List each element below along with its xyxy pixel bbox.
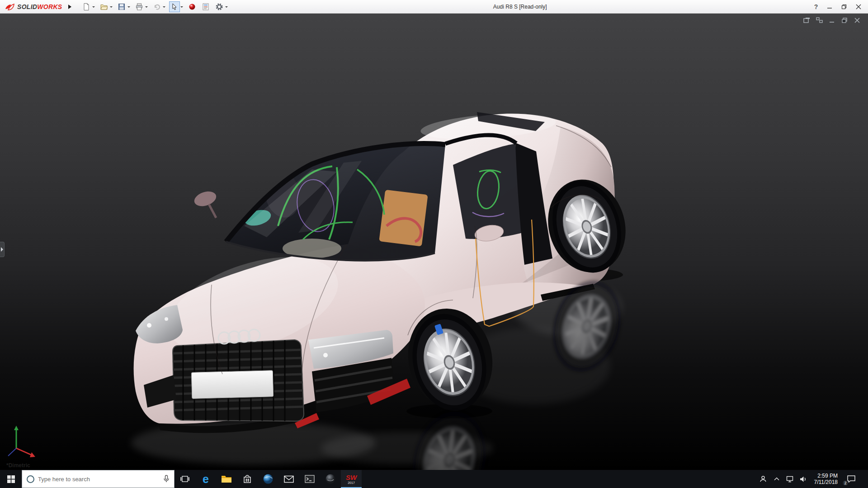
file-explorer-icon — [221, 474, 232, 483]
task-view-button[interactable] — [175, 470, 195, 488]
open-button[interactable] — [99, 1, 109, 12]
chevron-up-icon — [774, 477, 779, 481]
save-button[interactable] — [116, 1, 127, 12]
solidworks-logo: SOLIDWORKS — [0, 3, 66, 11]
gear-icon — [215, 3, 223, 11]
people-button[interactable] — [757, 470, 769, 488]
ds-logo-icon — [5, 3, 15, 11]
windows-taskbar: e — [0, 470, 868, 488]
undo-button[interactable] — [151, 1, 162, 12]
print-icon — [135, 3, 143, 11]
taskbar-edge-button[interactable]: e — [195, 470, 216, 488]
dark-sphere-icon — [325, 474, 336, 484]
restore-doc-button[interactable] — [840, 16, 849, 24]
minimize-doc-icon — [829, 17, 835, 23]
headlight-sparkle — [165, 317, 168, 321]
help-button[interactable]: ? — [810, 1, 822, 13]
new-window-button[interactable] — [802, 16, 811, 24]
network-icon — [786, 476, 794, 483]
orientation-triad — [8, 426, 35, 457]
graphics-viewport[interactable]: *Dimetric — [0, 14, 868, 470]
tile-window-icon — [816, 17, 823, 23]
brand-text: SOLIDWORKS — [17, 3, 62, 10]
caret-down-icon[interactable] — [225, 6, 228, 9]
minimize-doc-button[interactable] — [827, 16, 836, 24]
people-icon — [760, 475, 767, 483]
taskbar-terminal-button[interactable] — [299, 470, 320, 488]
caret-down-icon[interactable] — [92, 6, 95, 9]
command-prompt-icon — [305, 475, 315, 483]
network-button[interactable] — [784, 470, 796, 488]
cortana-icon — [27, 475, 34, 483]
taskbar-app-button[interactable] — [320, 470, 341, 488]
save-icon — [118, 3, 126, 11]
print-button[interactable] — [134, 1, 145, 12]
headlight-sparkle — [147, 323, 151, 328]
close-button[interactable] — [852, 1, 865, 13]
caret-down-icon[interactable] — [127, 6, 130, 9]
document-title: Audi R8 S [Read-only] — [230, 4, 810, 10]
minimize-icon — [827, 4, 832, 9]
hidden-icons-button[interactable] — [771, 470, 783, 488]
headlight-sparkle — [323, 353, 328, 357]
app-titlebar: SOLIDWORKS — [0, 0, 868, 14]
clock-date: 7/11/2018 — [814, 479, 838, 485]
system-tray: 2:59 PM 7/11/2018 2 — [757, 470, 868, 488]
undo-icon — [153, 3, 161, 11]
microphone-icon[interactable] — [163, 475, 170, 483]
caret-down-icon[interactable] — [145, 6, 148, 9]
design-binder-button[interactable] — [200, 1, 211, 12]
view-orientation-label: *Dimetric — [6, 462, 30, 469]
feature-panel-expander[interactable] — [0, 242, 5, 257]
store-bag-icon — [243, 474, 252, 483]
windows-logo-icon — [7, 475, 15, 483]
new-document-icon — [82, 3, 90, 11]
close-icon — [856, 4, 861, 9]
document-window-controls — [802, 16, 862, 24]
license-plate[interactable] — [191, 371, 273, 399]
left-headlight[interactable] — [136, 305, 183, 343]
search-input[interactable] — [38, 476, 160, 483]
taskbar-browser-button[interactable] — [258, 470, 278, 488]
taskbar-store-button[interactable] — [237, 470, 258, 488]
select-pointer-icon — [170, 3, 179, 11]
volume-button[interactable] — [798, 470, 810, 488]
left-mirror[interactable] — [193, 189, 218, 218]
taskbar-solidworks-button[interactable]: SW 2017 — [341, 470, 362, 488]
close-doc-icon — [854, 17, 860, 23]
options-button[interactable] — [214, 1, 225, 12]
tile-window-button[interactable] — [815, 16, 824, 24]
volume-icon — [800, 476, 807, 483]
start-button[interactable] — [0, 470, 22, 488]
minimize-button[interactable] — [823, 1, 836, 13]
taskbar-mail-button[interactable] — [278, 470, 299, 488]
clock-time: 2:59 PM — [814, 473, 838, 479]
restore-doc-icon — [841, 17, 848, 23]
restore-icon — [841, 4, 847, 9]
new-window-icon — [803, 17, 810, 23]
appearance-sphere-icon — [188, 3, 196, 11]
new-document-button[interactable] — [81, 1, 92, 12]
mail-icon — [284, 475, 294, 483]
caret-down-icon[interactable] — [163, 6, 165, 9]
caret-down-icon[interactable] — [180, 6, 183, 9]
task-view-icon — [180, 475, 189, 483]
taskbar-search[interactable] — [22, 470, 175, 488]
select-tool-button[interactable] — [169, 1, 180, 12]
design-binder-icon — [202, 3, 210, 11]
close-doc-button[interactable] — [853, 16, 862, 24]
window-controls: ? — [810, 1, 868, 13]
edge-icon: e — [203, 474, 209, 485]
solidworks-app-icon: SW 2017 — [346, 474, 357, 484]
appearances-button[interactable] — [187, 1, 198, 12]
notification-badge: 2 — [842, 480, 849, 486]
maximize-button[interactable] — [837, 1, 851, 13]
toolbar-flyout-button[interactable] — [66, 2, 74, 12]
clock[interactable]: 2:59 PM 7/11/2018 — [811, 470, 841, 488]
solidworks-window: SOLIDWORKS — [0, 0, 868, 488]
action-center-button[interactable]: 2 — [842, 470, 860, 488]
caret-down-icon[interactable] — [110, 6, 113, 9]
car-3d-model[interactable] — [0, 14, 868, 470]
standard-toolbar — [80, 1, 230, 13]
taskbar-explorer-button[interactable] — [216, 470, 237, 488]
